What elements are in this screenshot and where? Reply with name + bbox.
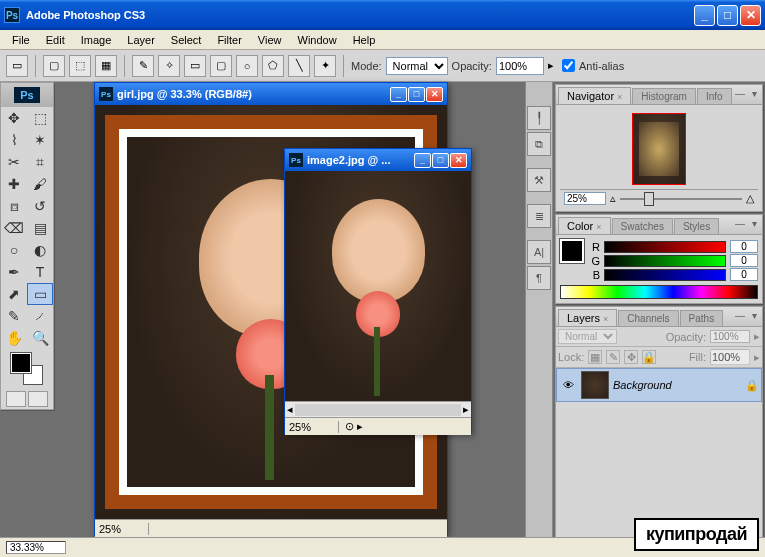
maximize-button[interactable]: □: [717, 5, 738, 26]
navigator-zoom-input[interactable]: [564, 192, 606, 205]
menu-help[interactable]: Help: [345, 32, 384, 48]
panel-collapse-icon[interactable]: —: [734, 309, 746, 321]
opacity-flyout-icon[interactable]: ▸: [754, 330, 760, 343]
tab-styles[interactable]: Styles: [674, 218, 719, 234]
fill-input[interactable]: [710, 349, 750, 365]
color-spectrum[interactable]: [560, 285, 758, 299]
opacity-flyout-icon[interactable]: ▸: [548, 59, 554, 72]
dock-character-icon[interactable]: A|: [527, 240, 551, 264]
pen-icon[interactable]: ✎: [132, 55, 154, 77]
panel-menu-icon[interactable]: ▾: [748, 217, 760, 229]
foreground-swatch[interactable]: [11, 353, 31, 373]
doc2-info-icon[interactable]: ⊙ ▸: [345, 420, 363, 433]
dock-layer-comps-icon[interactable]: ≣: [527, 204, 551, 228]
layer-name[interactable]: Background: [613, 379, 741, 391]
menu-layer[interactable]: Layer: [119, 32, 163, 48]
g-slider[interactable]: [604, 255, 726, 267]
dock-brush-icon[interactable]: ╿: [527, 106, 551, 130]
tab-swatches[interactable]: Swatches: [612, 218, 673, 234]
fill-pixels-icon[interactable]: ▦: [95, 55, 117, 77]
layer-opacity-input[interactable]: [710, 330, 750, 343]
notes-tool[interactable]: ✎: [1, 305, 27, 327]
color-fg-swatch[interactable]: [560, 239, 584, 263]
minimize-button[interactable]: _: [694, 5, 715, 26]
freeform-icon[interactable]: ✧: [158, 55, 180, 77]
zoom-in-icon[interactable]: △: [746, 192, 754, 205]
panel-menu-icon[interactable]: ▾: [748, 87, 760, 99]
custom-shape-icon[interactable]: ✦: [314, 55, 336, 77]
hand-tool[interactable]: ✋: [1, 327, 27, 349]
dock-clone-icon[interactable]: ⧉: [527, 132, 551, 156]
rect-shape-icon[interactable]: ▭: [184, 55, 206, 77]
doc2-close[interactable]: ✕: [450, 153, 467, 168]
menu-filter[interactable]: Filter: [209, 32, 249, 48]
gradient-tool[interactable]: ▤: [27, 217, 53, 239]
visibility-icon[interactable]: 👁: [559, 376, 577, 394]
path-select-tool[interactable]: ⬈: [1, 283, 27, 305]
panel-collapse-icon[interactable]: —: [734, 87, 746, 99]
doc2-canvas[interactable]: [285, 171, 471, 401]
menu-edit[interactable]: Edit: [38, 32, 73, 48]
doc1-maximize[interactable]: □: [408, 87, 425, 102]
marquee-tool[interactable]: ⬚: [27, 107, 53, 129]
toolbox-header[interactable]: Ps: [1, 83, 53, 107]
doc1-titlebar[interactable]: Ps girl.jpg @ 33.3% (RGB/8#) _ □ ✕: [95, 83, 447, 105]
app-zoom[interactable]: 33.33%: [6, 541, 66, 554]
color-swatches[interactable]: [11, 353, 43, 385]
doc1-zoom[interactable]: 25%: [99, 523, 149, 535]
line-shape-icon[interactable]: ╲: [288, 55, 310, 77]
tool-preset-icon[interactable]: ▭: [6, 55, 28, 77]
lock-all-icon[interactable]: 🔒: [642, 350, 656, 364]
tab-navigator[interactable]: Navigator×: [558, 87, 631, 104]
fill-flyout-icon[interactable]: ▸: [754, 351, 760, 364]
shape-tool[interactable]: ▭: [27, 283, 53, 305]
stamp-tool[interactable]: ⧈: [1, 195, 27, 217]
quick-mask-icon[interactable]: [28, 391, 48, 407]
heal-tool[interactable]: ✚: [1, 173, 27, 195]
lock-position-icon[interactable]: ✥: [624, 350, 638, 364]
close-button[interactable]: ✕: [740, 5, 761, 26]
ellipse-shape-icon[interactable]: ○: [236, 55, 258, 77]
g-value[interactable]: 0: [730, 254, 758, 267]
dock-tool-presets-icon[interactable]: ⚒: [527, 168, 551, 192]
brush-tool[interactable]: 🖌: [27, 173, 53, 195]
standard-mode-icon[interactable]: [6, 391, 26, 407]
doc2-scrollbar[interactable]: ◂▸: [285, 401, 471, 417]
lock-image-icon[interactable]: ✎: [606, 350, 620, 364]
zoom-tool[interactable]: 🔍: [27, 327, 53, 349]
eraser-tool[interactable]: ⌫: [1, 217, 27, 239]
lasso-tool[interactable]: ⌇: [1, 129, 27, 151]
paths-icon[interactable]: ⬚: [69, 55, 91, 77]
rrect-shape-icon[interactable]: ▢: [210, 55, 232, 77]
menu-window[interactable]: Window: [290, 32, 345, 48]
type-tool[interactable]: T: [27, 261, 53, 283]
tab-color[interactable]: Color×: [558, 217, 611, 234]
doc1-close[interactable]: ✕: [426, 87, 443, 102]
move-tool[interactable]: ✥: [1, 107, 27, 129]
polygon-shape-icon[interactable]: ⬠: [262, 55, 284, 77]
zoom-out-icon[interactable]: ▵: [610, 192, 616, 205]
eyedropper-tool[interactable]: ⟋: [27, 305, 53, 327]
navigator-zoom-slider[interactable]: [620, 198, 742, 200]
shape-layers-icon[interactable]: ▢: [43, 55, 65, 77]
panel-menu-icon[interactable]: ▾: [748, 309, 760, 321]
doc2-minimize[interactable]: _: [414, 153, 431, 168]
r-slider[interactable]: [604, 241, 726, 253]
layer-row[interactable]: 👁 Background 🔒: [556, 368, 762, 402]
b-value[interactable]: 0: [730, 268, 758, 281]
dodge-tool[interactable]: ◐: [27, 239, 53, 261]
history-brush-tool[interactable]: ↺: [27, 195, 53, 217]
b-slider[interactable]: [604, 269, 726, 281]
lock-transparency-icon[interactable]: ▦: [588, 350, 602, 364]
layer-thumbnail[interactable]: [581, 371, 609, 399]
menu-image[interactable]: Image: [73, 32, 120, 48]
layer-blend-select[interactable]: Normal: [558, 329, 617, 344]
doc2-maximize[interactable]: □: [432, 153, 449, 168]
tab-layers[interactable]: Layers×: [558, 309, 617, 326]
doc2-titlebar[interactable]: Ps image2.jpg @ ... _ □ ✕: [285, 149, 471, 171]
menu-file[interactable]: File: [4, 32, 38, 48]
dock-paragraph-icon[interactable]: ¶: [527, 266, 551, 290]
doc1-minimize[interactable]: _: [390, 87, 407, 102]
tab-channels[interactable]: Channels: [618, 310, 678, 326]
menu-view[interactable]: View: [250, 32, 290, 48]
